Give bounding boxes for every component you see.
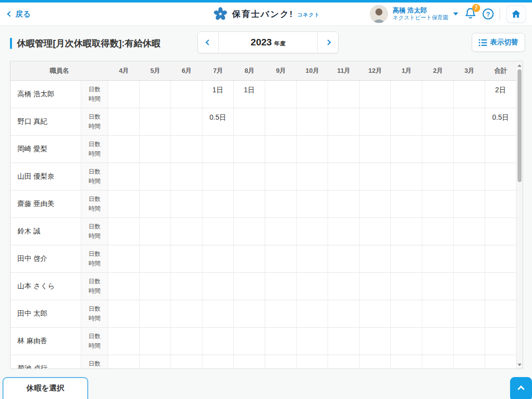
table-row: 田中 啓介日数時間	[10, 245, 523, 273]
month-value-cell	[391, 328, 422, 355]
month-value-cell	[265, 245, 297, 272]
month-column-header: 4月	[108, 66, 140, 75]
vacation-table: 職員名 4月5月6月7月8月9月10月11月12月1月2月3月 合計 高橋 浩太…	[10, 61, 523, 369]
month-value-cell	[108, 108, 140, 135]
chevron-left-icon	[7, 11, 12, 16]
back-button[interactable]: 戻る	[8, 9, 30, 19]
month-value-cell	[328, 273, 359, 300]
days-unit-label: 日数	[89, 140, 101, 149]
month-value-cell: 0.5日	[202, 108, 234, 135]
staff-name: 齋藤 亜由美	[10, 191, 81, 217]
month-value-cell	[391, 163, 422, 190]
month-value-cell	[297, 108, 328, 135]
avatar[interactable]	[370, 5, 388, 23]
month-value-cell	[422, 300, 454, 327]
month-value-cell	[391, 300, 422, 327]
staff-column-header: 職員名	[10, 66, 108, 75]
month-value-cell	[297, 245, 328, 272]
month-headers: 4月5月6月7月8月9月10月11月12月1月2月3月	[108, 66, 485, 75]
scrollbar-up-arrow[interactable]	[517, 62, 523, 68]
month-value-cell	[265, 328, 297, 355]
month-value-cell	[171, 218, 202, 245]
user-info[interactable]: 高橋 浩太郎 ネクストビート保育園	[392, 6, 448, 21]
month-value-cell	[422, 328, 454, 355]
chevron-up-icon	[518, 386, 525, 393]
scrollbar-down-arrow[interactable]	[517, 362, 523, 368]
month-value-cell	[328, 81, 359, 108]
table-row: 岡崎 愛梨日数時間	[10, 136, 523, 163]
month-value-cell	[140, 136, 171, 163]
month-column-header: 8月	[234, 66, 265, 75]
unit-labels-cell: 日数時間	[81, 245, 108, 272]
next-year-button[interactable]	[317, 32, 338, 53]
month-value-cell	[328, 163, 359, 190]
table-scrollbar[interactable]	[517, 61, 523, 369]
month-value-cell	[108, 218, 140, 245]
toggle-view-label: 表示切替	[490, 38, 518, 47]
month-column-header: 11月	[328, 66, 359, 75]
month-value-cell	[328, 218, 359, 245]
year-navigator: 2023 年度	[197, 31, 339, 53]
month-value-cell	[422, 191, 454, 217]
hours-unit-label: 時間	[89, 314, 101, 323]
month-value-cell	[297, 136, 328, 163]
month-value-cell	[202, 300, 234, 327]
staff-name: 野口 真紀	[10, 108, 81, 135]
previous-year-button[interactable]	[198, 32, 219, 53]
month-value-cell	[171, 328, 202, 355]
staff-name: 林 麻由香	[10, 328, 81, 355]
toggle-view-button[interactable]: 表示切替	[472, 33, 525, 52]
table-row: 田中 太郎日数時間	[10, 300, 523, 328]
month-value-cell	[422, 273, 454, 300]
month-value-cell	[140, 108, 171, 135]
total-value-cell	[485, 136, 517, 163]
month-value-cell	[359, 218, 391, 245]
flower-logo-icon	[212, 6, 228, 22]
help-button[interactable]: ?	[483, 8, 494, 19]
month-value-cell	[297, 218, 328, 245]
month-value-cell	[422, 81, 454, 108]
month-value-cell	[234, 163, 265, 190]
unit-labels-cell: 日数時間	[81, 81, 108, 108]
month-value-cell	[328, 355, 359, 369]
month-value-cell	[171, 136, 202, 163]
month-column-header: 3月	[454, 66, 485, 75]
total-value-cell	[485, 218, 517, 245]
notifications-button[interactable]: 7	[464, 7, 477, 21]
staff-name: 岡崎 愛梨	[10, 136, 81, 163]
month-value-cell	[328, 328, 359, 355]
month-value-cell: 1日	[202, 81, 234, 108]
month-value-cell	[422, 136, 454, 163]
hours-unit-label: 時間	[89, 122, 101, 131]
month-value-cell	[454, 300, 485, 327]
days-unit-label: 日数	[89, 332, 101, 341]
total-value-cell: 0.5日	[485, 108, 517, 135]
month-value-cell	[234, 218, 265, 245]
month-value-cell	[265, 218, 297, 245]
home-button[interactable]	[506, 5, 526, 23]
month-value-cell	[391, 245, 422, 272]
month-value-cell	[265, 191, 297, 217]
select-vacation-button[interactable]: 休暇を選択	[2, 377, 88, 399]
month-value-cell	[140, 328, 171, 355]
scrollbar-thumb[interactable]	[518, 69, 522, 182]
unit-labels-cell: 日数時間	[81, 218, 108, 245]
scroll-to-top-button[interactable]	[510, 377, 532, 399]
month-value-cell	[328, 136, 359, 163]
days-unit-label: 日数	[89, 359, 101, 369]
month-value-cell	[297, 191, 328, 217]
home-icon	[511, 9, 521, 19]
month-value-cell	[140, 300, 171, 327]
month-value-cell	[171, 355, 202, 369]
days-unit-label: 日数	[89, 195, 101, 204]
user-menu-caret-icon[interactable]	[453, 12, 458, 15]
chevron-left-icon	[205, 39, 211, 45]
month-value-cell	[454, 355, 485, 369]
unit-labels-cell: 日数時間	[81, 163, 108, 190]
month-value-cell	[359, 355, 391, 369]
month-column-header: 5月	[140, 66, 171, 75]
month-value-cell	[108, 81, 140, 108]
month-value-cell	[454, 273, 485, 300]
month-value-cell	[391, 273, 422, 300]
total-column-header: 合計	[485, 66, 517, 75]
